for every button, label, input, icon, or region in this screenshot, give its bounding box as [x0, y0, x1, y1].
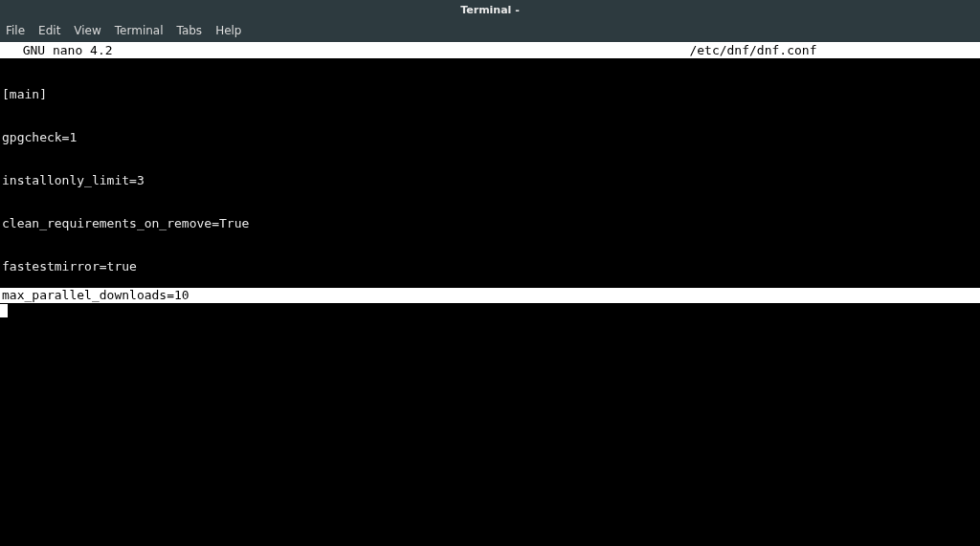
menu-terminal[interactable]: Terminal: [115, 24, 164, 37]
window-title: Terminal -: [460, 4, 520, 16]
menu-tabs[interactable]: Tabs: [177, 24, 203, 37]
menu-help[interactable]: Help: [215, 24, 241, 37]
file-line: [main]: [2, 87, 980, 101]
file-line: fastestmirror=true: [2, 259, 980, 273]
nano-header-spacer: [121, 42, 690, 58]
nano-titlebar: GNU nano 4.2 /etc/dnf/dnf.conf: [0, 42, 980, 58]
nano-version: GNU nano 4.2: [0, 42, 121, 58]
nano-filename: /etc/dnf/dnf.conf: [689, 42, 980, 58]
file-line: clean_requirements_on_remove=True: [2, 216, 980, 230]
file-line: installonly_limit=3: [2, 173, 980, 187]
window-titlebar: Terminal -: [0, 0, 980, 19]
cursor-line: [0, 303, 980, 317]
menu-file[interactable]: File: [6, 24, 25, 37]
text-cursor: [0, 304, 8, 317]
editor-content[interactable]: [main] gpgcheck=1 installonly_limit=3 cl…: [0, 58, 980, 288]
file-line: gpgcheck=1: [2, 130, 980, 144]
file-line-highlighted: max_parallel_downloads=10: [0, 288, 980, 303]
menubar: File Edit View Terminal Tabs Help: [0, 19, 980, 42]
menu-view[interactable]: View: [74, 24, 100, 37]
menu-edit[interactable]: Edit: [38, 24, 60, 37]
